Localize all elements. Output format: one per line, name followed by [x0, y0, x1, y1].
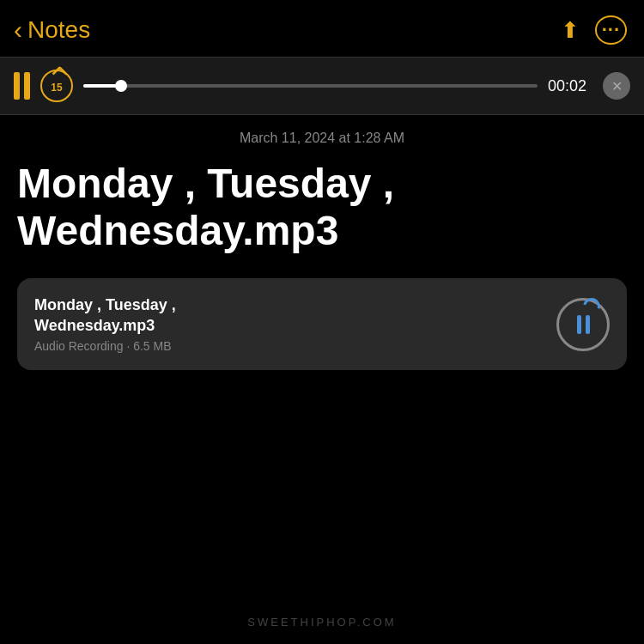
pause-button[interactable]	[14, 72, 30, 100]
rewind-label: 15	[51, 82, 62, 94]
audio-player-bar: 15 00:02 ✕	[0, 57, 644, 115]
rewind-button[interactable]: 15	[40, 70, 73, 102]
back-button[interactable]: ‹ Notes	[14, 16, 90, 44]
audio-meta: Audio Recording · 6.5 MB	[34, 339, 556, 353]
close-player-button[interactable]: ✕	[603, 72, 630, 100]
note-title: Monday , Tuesday , Wednesday.mp3	[17, 160, 627, 254]
pause-bar-left	[14, 72, 20, 100]
header-actions: ⬆ ···	[561, 15, 627, 45]
progress-thumb	[115, 80, 127, 92]
more-icon[interactable]: ···	[595, 15, 627, 45]
progress-fill	[83, 84, 119, 88]
audio-filename: Monday , Tuesday , Wednesday.mp3	[34, 295, 556, 336]
watermark: SWEETHIPHOP.COM	[247, 616, 396, 629]
close-icon: ✕	[611, 78, 623, 94]
audio-pause-bar-left	[577, 315, 581, 334]
progress-track	[83, 84, 538, 88]
back-label: Notes	[27, 16, 90, 44]
audio-pause-bars	[577, 315, 590, 334]
back-chevron-icon: ‹	[14, 17, 22, 43]
share-icon[interactable]: ⬆	[561, 17, 580, 44]
audio-title-line1: Monday , Tuesday ,	[34, 296, 176, 313]
audio-pause-bar-right	[586, 315, 590, 334]
pause-bar-right	[24, 72, 30, 100]
time-display: 00:02	[548, 77, 592, 95]
audio-info: Monday , Tuesday , Wednesday.mp3 Audio R…	[34, 295, 556, 353]
header: ‹ Notes ⬆ ···	[0, 0, 644, 57]
audio-attachment-card: Monday , Tuesday , Wednesday.mp3 Audio R…	[17, 278, 627, 370]
audio-pause-button[interactable]	[556, 298, 610, 351]
note-date: March 11, 2024 at 1:28 AM	[17, 131, 627, 146]
audio-title-line2: Wednesday.mp3	[34, 317, 155, 334]
progress-container[interactable]	[83, 84, 538, 88]
rewind-circle: 15	[40, 70, 73, 102]
note-content: March 11, 2024 at 1:28 AM Monday , Tuesd…	[0, 115, 644, 386]
note-title-line2: Wednesday.mp3	[17, 208, 338, 253]
note-title-line1: Monday , Tuesday ,	[17, 161, 394, 206]
